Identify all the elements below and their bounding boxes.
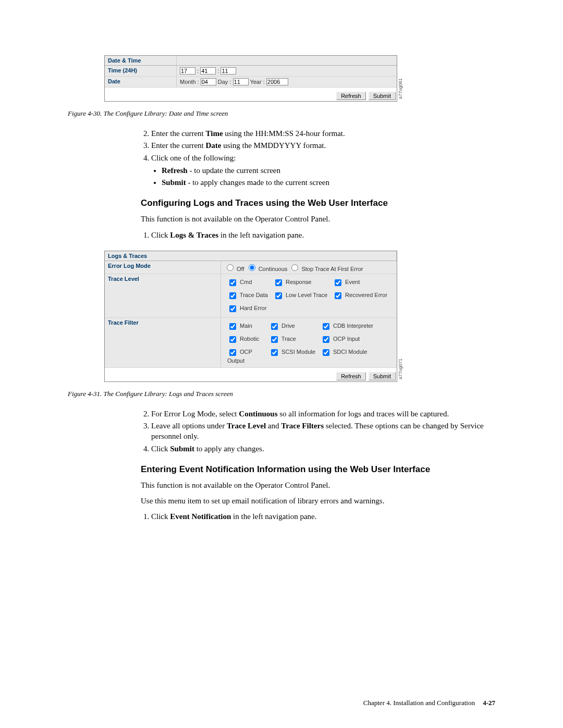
footer-chapter: Chapter 4. Installation and Configuratio… (363, 699, 475, 707)
time-colon-1: : (197, 68, 199, 74)
trace-filter-label: Trace Filter (105, 317, 221, 367)
radio-off[interactable]: Off (224, 266, 244, 272)
radio-stop[interactable]: Stop Trace At First Error (289, 266, 363, 272)
page-footer: Chapter 4. Installation and Configuratio… (363, 699, 495, 707)
chk-trace[interactable]: Trace (269, 336, 296, 342)
chk-event[interactable]: Event (333, 279, 360, 285)
refresh-button-2[interactable]: Refresh (336, 372, 366, 380)
bullet-submit: Submit - to apply changes made to the cu… (162, 177, 490, 188)
time-mm-input[interactable] (200, 67, 216, 75)
side-code-2: a77ug071 (398, 359, 403, 379)
time-colon-2: : (217, 68, 219, 74)
date-month-input[interactable] (201, 78, 216, 85)
chk-cdb[interactable]: CDB Interpreter (321, 323, 373, 329)
date-time-panel: a77ug061 Date & Time Time (24H) : : Date (104, 55, 397, 102)
step-2: Enter the current Time using the HH:MM:S… (151, 128, 490, 139)
date-row: Month : Day : Year : (177, 77, 397, 88)
day-label: Day : (218, 79, 231, 85)
chk-cmd[interactable]: Cmd (227, 279, 252, 285)
side-code-1: a77ug061 (398, 78, 403, 99)
submit-button[interactable]: Submit (369, 92, 396, 100)
chk-drive[interactable]: Drive (269, 323, 295, 329)
date-label: Date (105, 77, 177, 88)
chk-recovered[interactable]: Recovered Error (333, 292, 387, 298)
error-log-mode-label: Error Log Mode (105, 261, 221, 274)
time-hh-input[interactable] (180, 67, 195, 75)
step-3: Enter the current Date using the MMDDYYY… (151, 140, 490, 151)
step-logs-1: Click Logs & Traces in the left navigati… (151, 230, 490, 240)
step-logs-4: Click Submit to apply any changes. (151, 443, 490, 454)
para-logs-na: This function is not available on the Op… (141, 214, 490, 224)
para-en-desc: Use this menu item to set up email notif… (141, 496, 490, 506)
chk-scsim[interactable]: SCSI Module (269, 349, 315, 355)
chk-robotic[interactable]: Robotic (227, 336, 259, 342)
submit-button-2[interactable]: Submit (369, 372, 396, 380)
heading-event-notification: Entering Event Notification Information … (141, 464, 495, 475)
month-label: Month : (180, 79, 199, 85)
chk-main[interactable]: Main (227, 323, 252, 329)
step-en-1: Click Event Notification in the left nav… (151, 511, 490, 522)
figure-31-caption: Figure 4-31. The Configure Library: Logs… (68, 390, 495, 398)
error-log-mode-options: Off Continuous Stop Trace At First Error (221, 261, 397, 274)
heading-logs-traces: Configuring Logs and Traces using the We… (141, 198, 495, 208)
chk-harderror[interactable]: Hard Error (227, 305, 266, 311)
trace-level-label: Trace Level (105, 274, 221, 317)
year-label: Year : (250, 79, 264, 85)
chk-ocpin[interactable]: OCP Input (321, 336, 360, 342)
para-en-na: This function is not available on the Op… (141, 480, 490, 490)
date-year-input[interactable] (266, 78, 288, 85)
chk-response[interactable]: Response (273, 279, 312, 285)
step-logs-3: Leave all options under Trace Level and … (151, 421, 490, 442)
chk-lowlevel[interactable]: Low Level Trace (273, 292, 327, 298)
chk-ocpout[interactable]: OCP Output (227, 349, 252, 364)
time-ss-input[interactable] (221, 67, 236, 75)
bullet-refresh: Refresh - to update the current screen (162, 165, 490, 176)
chk-tracedata[interactable]: Trace Data (227, 292, 268, 298)
time-row: : : (177, 66, 397, 77)
footer-pageno: 4-27 (483, 699, 495, 707)
logs-panel-title: Logs & Traces (105, 251, 397, 261)
chk-sdcim[interactable]: SDCI Module (321, 349, 367, 355)
time-label: Time (24H) (105, 66, 177, 77)
logs-traces-panel: a77ug071 Logs & Traces Error Log Mode Of… (104, 251, 397, 382)
refresh-button[interactable]: Refresh (336, 92, 366, 100)
step-logs-2: For Error Log Mode, select Continuous so… (151, 409, 490, 419)
step-4: Click one of the following: Refresh - to… (151, 153, 490, 188)
radio-continuous[interactable]: Continuous (246, 266, 288, 272)
date-day-input[interactable] (233, 78, 249, 85)
panel-title: Date & Time (105, 56, 177, 66)
figure-30-caption: Figure 4-30. The Configure Library: Date… (68, 109, 495, 118)
